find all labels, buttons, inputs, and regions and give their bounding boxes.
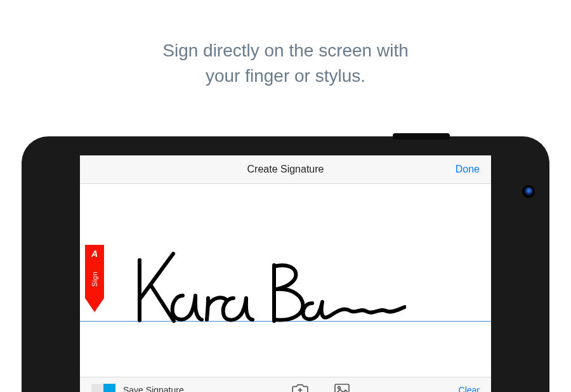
title-bar: Create Signature Done [80, 155, 491, 184]
promo-headline: Sign directly on the screen with your fi… [0, 0, 571, 89]
device-frame: Create Signature Done A Sign [22, 136, 549, 392]
toggle-knob [103, 384, 115, 392]
signature-canvas[interactable]: A Sign [80, 184, 491, 368]
done-button[interactable]: Done [456, 164, 480, 175]
device-power-button [393, 133, 450, 140]
save-signature-label: Save Signature [123, 385, 184, 392]
sign-here-tag: A Sign [85, 245, 104, 298]
acrobat-logo-icon: A [85, 249, 104, 259]
screen-title: Create Signature [80, 164, 491, 175]
promo-line-1: Sign directly on the screen with [162, 41, 409, 60]
camera-plus-icon[interactable] [292, 382, 308, 393]
toolbar-center-icons [184, 382, 459, 393]
save-signature-toggle[interactable] [91, 384, 115, 392]
promo-line-2: your finger or stylus. [206, 66, 365, 86]
bottom-toolbar: Save Signature [80, 377, 491, 392]
device-camera [524, 187, 533, 196]
clear-button[interactable]: Clear [459, 385, 480, 392]
image-icon[interactable] [334, 382, 350, 393]
svg-point-1 [338, 386, 341, 389]
sign-tag-label: Sign [91, 270, 98, 289]
handwritten-signature [127, 247, 406, 336]
app-screen: Create Signature Done A Sign [80, 155, 491, 392]
